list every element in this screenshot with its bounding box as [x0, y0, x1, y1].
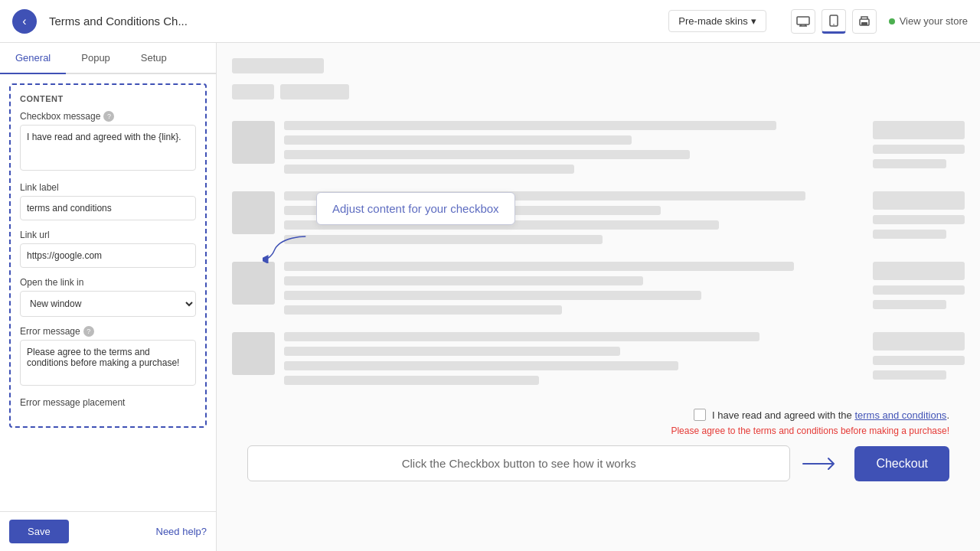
product-side-skeleton [873, 332, 965, 385]
terms-checkbox[interactable] [694, 409, 706, 421]
tab-popup[interactable]: Popup [66, 43, 126, 74]
error-message-group: Error message ? Please agree to the term… [20, 326, 196, 388]
link-label-input[interactable] [20, 196, 196, 220]
checkbox-text: I have read and agreed with the terms an… [712, 409, 949, 421]
product-image-skeleton [232, 121, 275, 164]
error-placement-label: Error message placement [20, 397, 196, 408]
error-placement-group: Error message placement [20, 397, 196, 408]
link-label-group: Link label [20, 182, 196, 220]
back-button[interactable]: ‹ [12, 9, 37, 34]
preview-header-skeleton [232, 58, 965, 109]
error-message-label: Error message ? [20, 326, 196, 337]
content-section: CONTENT Checkbox message ? I have read a… [9, 83, 207, 428]
chevron-down-icon: ▾ [751, 15, 756, 27]
need-help-link[interactable]: Need help? [156, 526, 207, 537]
link-label-label: Link label [20, 182, 196, 193]
left-content-scroll: CONTENT Checkbox message ? I have read a… [0, 74, 216, 511]
tabs-bar: General Popup Setup [0, 43, 216, 74]
checkout-arrow-icon [799, 452, 845, 475]
section-label: CONTENT [20, 94, 196, 103]
product-side-skeleton [873, 121, 965, 174]
svg-rect-7 [861, 22, 867, 25]
link-url-label: Link url [20, 230, 196, 240]
right-preview: Adjust content for your checkbox I have … [217, 43, 980, 551]
product-image-skeleton [232, 332, 275, 375]
link-url-group: Link url [20, 230, 196, 268]
link-url-input[interactable] [20, 243, 196, 268]
product-image-skeleton [232, 262, 275, 305]
checkbox-message-help-icon[interactable]: ? [103, 111, 114, 122]
checkout-area: I have read and agreed with the terms an… [232, 409, 965, 481]
skeleton-products [232, 121, 965, 390]
print-view-button[interactable] [852, 9, 877, 34]
tab-general[interactable]: General [0, 43, 66, 74]
product-row [232, 121, 965, 179]
open-link-select[interactable]: New window Same window [20, 291, 196, 317]
checkbox-message-group: Checkbox message ? I have read and agree… [20, 111, 196, 173]
click-hint-row: Click the Checkbox button to see how it … [247, 445, 949, 481]
product-lines-skeleton [284, 121, 864, 179]
checkbox-message-label: Checkbox message ? [20, 111, 196, 122]
open-link-group: Open the link in New window Same window [20, 277, 196, 317]
top-bar: ‹ Terms and Conditions Ch... Pre-made sk… [0, 0, 980, 43]
product-side-skeleton [873, 262, 965, 315]
app-title: Terms and Conditions Ch... [49, 15, 656, 28]
checkbox-row: I have read and agreed with the terms an… [247, 409, 949, 421]
premade-skins-button[interactable]: Pre-made skins ▾ [668, 10, 766, 32]
product-lines-skeleton [284, 262, 864, 320]
product-lines-skeleton [284, 332, 864, 390]
view-icons-group [791, 9, 877, 34]
open-link-label: Open the link in [20, 277, 196, 288]
view-store-button[interactable]: View your store [889, 15, 968, 27]
save-button[interactable]: Save [9, 520, 69, 543]
click-hint-box: Click the Checkbox button to see how it … [247, 445, 790, 481]
tablet-view-button[interactable] [822, 9, 846, 34]
left-panel: General Popup Setup CONTENT Checkbox mes… [0, 43, 217, 551]
svg-rect-0 [797, 17, 809, 24]
main-layout: General Popup Setup CONTENT Checkbox mes… [0, 43, 980, 551]
error-message-textarea[interactable]: Please agree to the terms and conditions… [20, 340, 196, 386]
terms-link[interactable]: terms and conditions [854, 409, 946, 421]
tooltip-box: Adjust content for your checkbox [316, 192, 515, 225]
svg-point-5 [833, 24, 835, 25]
online-status-dot [889, 18, 895, 24]
checkbox-message-textarea[interactable]: I have read and agreed with the {link}. [20, 125, 196, 171]
error-message-help-icon[interactable]: ? [83, 326, 94, 337]
product-image-skeleton [232, 191, 275, 234]
desktop-view-button[interactable] [791, 9, 815, 34]
product-row [232, 262, 965, 320]
product-row [232, 332, 965, 390]
checkout-button[interactable]: Checkout [854, 446, 949, 481]
error-message-text: Please agree to the terms and conditions… [247, 425, 949, 436]
bottom-bar: Save Need help? [0, 511, 216, 551]
tab-setup[interactable]: Setup [126, 43, 182, 74]
product-side-skeleton [873, 191, 965, 244]
